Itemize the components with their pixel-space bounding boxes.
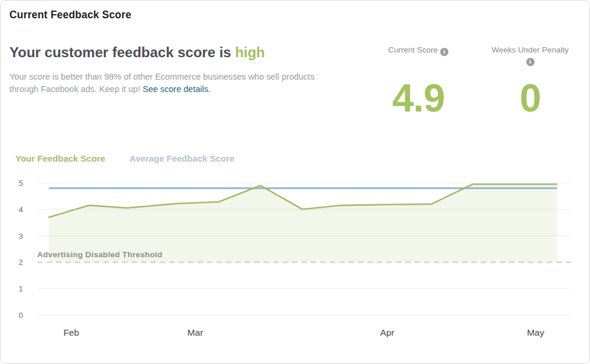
- svg-text:1: 1: [18, 284, 23, 293]
- svg-text:3: 3: [18, 232, 23, 241]
- svg-text:Mar: Mar: [188, 327, 204, 337]
- svg-text:Apr: Apr: [380, 327, 394, 337]
- feedback-score-line-chart: 012345Advertising Disabled ThresholdFebM…: [1, 1, 590, 364]
- svg-text:2: 2: [18, 258, 23, 267]
- svg-text:Feb: Feb: [64, 327, 80, 337]
- svg-text:May: May: [527, 327, 545, 337]
- svg-text:Advertising Disabled Threshold: Advertising Disabled Threshold: [37, 250, 162, 259]
- svg-text:4: 4: [18, 205, 23, 214]
- svg-text:0: 0: [18, 311, 23, 320]
- feedback-score-card: Current Feedback Score Your customer fee…: [0, 0, 590, 364]
- svg-text:5: 5: [18, 179, 23, 188]
